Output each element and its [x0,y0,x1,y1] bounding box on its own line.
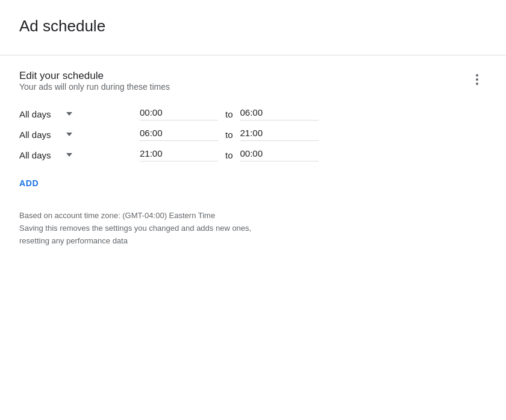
end-time-value-0[interactable]: 06:00 [240,107,319,120]
footer-line3: resetting any performance data [19,235,487,248]
end-time-value-2[interactable]: 00:00 [240,148,319,161]
end-time-underline-1 [240,140,319,141]
schedule-row: All days 06:00 to 21:00 [19,128,487,141]
schedule-rows: All days 00:00 to 06:00 All days 06:00 t… [19,107,487,161]
section-header: Edit your schedule Your ads will only ru… [19,70,487,104]
day-select-2[interactable]: All days [19,150,140,160]
page-title: Ad schedule [19,17,487,36]
start-time-field-1[interactable]: 06:00 [140,128,218,141]
schedule-row: All days 00:00 to 06:00 [19,107,487,121]
end-time-field-1[interactable]: 21:00 [240,128,319,141]
dropdown-arrow-2 [66,153,72,157]
start-time-field-2[interactable]: 21:00 [140,148,218,161]
end-time-field-2[interactable]: 00:00 [240,148,319,161]
end-time-underline-2 [240,161,319,161]
to-label-0: to [225,109,233,119]
day-select-1[interactable]: All days [19,130,140,140]
to-label-1: to [225,130,233,140]
section-title: Edit your schedule Your ads will only ru… [19,70,170,104]
footer-note: Based on account time zone: (GMT-04:00) … [19,210,487,247]
footer-line2: Saving this removes the settings you cha… [19,222,487,235]
end-time-field-0[interactable]: 06:00 [240,107,319,121]
start-time-value-0[interactable]: 00:00 [140,107,218,120]
start-time-underline-2 [140,161,218,161]
section-subtitle: Your ads will only run during these time… [19,82,170,92]
more-options-icon[interactable] [467,70,487,89]
section-title-text: Edit your schedule [19,70,170,82]
start-time-underline-0 [140,120,218,121]
day-label-1: All days [19,130,61,140]
footer-line1: Based on account time zone: (GMT-04:00) … [19,210,487,222]
day-label-0: All days [19,109,61,119]
start-time-underline-1 [140,140,218,141]
dropdown-arrow-0 [66,112,72,116]
add-button[interactable]: ADD [19,176,39,190]
day-label-2: All days [19,150,61,160]
to-label-2: to [225,150,233,160]
start-time-value-1[interactable]: 06:00 [140,128,218,140]
end-time-value-1[interactable]: 21:00 [240,128,319,140]
schedule-row: All days 21:00 to 00:00 [19,148,487,161]
start-time-value-2[interactable]: 21:00 [140,148,218,161]
day-select-0[interactable]: All days [19,109,140,119]
dropdown-arrow-1 [66,133,72,136]
content-area: Edit your schedule Your ads will only ru… [0,55,506,262]
end-time-underline-0 [240,120,319,121]
start-time-field-0[interactable]: 00:00 [140,107,218,121]
